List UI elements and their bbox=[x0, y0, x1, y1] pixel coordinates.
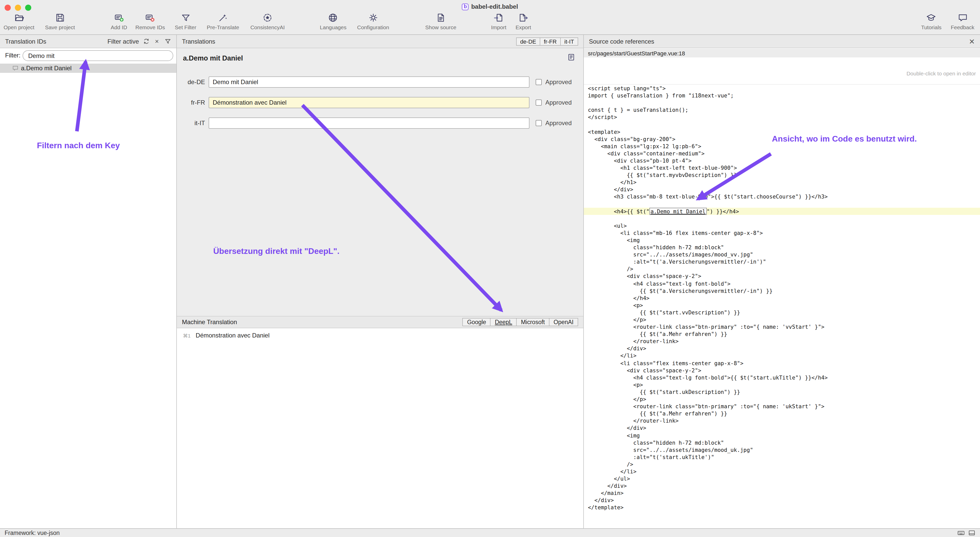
code-line: {{ $t("start.myvbvDescription") }} bbox=[584, 171, 980, 178]
code-line: <p> bbox=[584, 301, 980, 309]
source-code-title: Source code references bbox=[589, 38, 654, 45]
toolbar-item-label: Set Filter bbox=[175, 24, 196, 30]
window-title: babel-edit.babel bbox=[471, 3, 518, 10]
keyboard-icon[interactable] bbox=[958, 529, 965, 537]
toolbar-item-save-project[interactable]: Save project bbox=[45, 13, 75, 30]
code-line: <li class="mb-16 flex items-center gap-x… bbox=[584, 229, 980, 236]
import-icon bbox=[494, 13, 504, 22]
language-tab-fr-fr[interactable]: fr-FR bbox=[540, 37, 561, 45]
toolbar-item-label: Import bbox=[491, 24, 506, 30]
code-line: {{ $t("a.Mehr erfahren") }} bbox=[584, 410, 980, 417]
code-line: </li> bbox=[584, 468, 980, 475]
code-line: <script setup lang="ts"> bbox=[584, 84, 980, 92]
comment-bubble-icon bbox=[12, 65, 19, 71]
export-icon bbox=[519, 13, 528, 22]
translation-ids-header: Translation IDs Filter active × bbox=[0, 35, 176, 48]
mt-provider-deepl[interactable]: DeepL bbox=[490, 318, 517, 326]
tutorials-icon bbox=[926, 13, 936, 22]
toolbar-item-pre-translate[interactable]: Pre-Translate bbox=[207, 13, 239, 30]
translation-entry-id: a.Demo mit Daniel bbox=[183, 54, 243, 62]
source-file-reference[interactable]: src/pages/start/GuestStartPage.vue:18 bbox=[584, 49, 980, 57]
translations-panel: Translations de-DEfr-FRit-IT a.Demo mit … bbox=[177, 35, 584, 528]
toolbar-item-import[interactable]: Import bbox=[491, 13, 506, 30]
toolbar-item-configuration[interactable]: Configuration bbox=[357, 13, 389, 30]
translation-input-de-de[interactable] bbox=[208, 76, 530, 88]
translation-row-fr-fr: fr-FRApproved bbox=[177, 97, 583, 108]
toolbar-item-label: ConsistencyAI bbox=[250, 24, 285, 30]
toolbar-item-add-id[interactable]: Add ID bbox=[111, 13, 127, 30]
open-project-icon bbox=[14, 13, 24, 22]
code-line: <ul> bbox=[584, 222, 980, 229]
filter-active-label: Filter active bbox=[107, 38, 139, 45]
toolbar-item-export[interactable]: Export bbox=[515, 13, 531, 30]
panel-toggle-icon[interactable] bbox=[968, 529, 975, 537]
translation-ids-title: Translation IDs bbox=[5, 38, 46, 45]
machine-translation-header: Machine Translation GoogleDeepLMicrosoft… bbox=[177, 316, 583, 328]
toolbar-item-consistencyai[interactable]: ConsistencyAI bbox=[250, 13, 285, 30]
translation-input-it-it[interactable] bbox=[208, 118, 530, 129]
close-panel-icon[interactable]: ✕ bbox=[969, 38, 975, 45]
languages-icon bbox=[328, 13, 338, 22]
translation-input-fr-fr[interactable] bbox=[208, 97, 530, 108]
mt-provider-google[interactable]: Google bbox=[463, 318, 491, 326]
toolbar-item-label: Export bbox=[515, 24, 531, 30]
code-line: <router-link class="btn-primary" :to="{ … bbox=[584, 403, 980, 410]
approved-checkbox-fr-fr[interactable] bbox=[536, 99, 542, 106]
annotation-deepl-note: Übersetzung direkt mit "DeepL". bbox=[213, 247, 340, 256]
code-line: <img bbox=[584, 432, 980, 439]
show-source-icon bbox=[436, 13, 445, 22]
window-title-area: b babel-edit.babel bbox=[0, 3, 980, 10]
code-line: <h4 class="text-lg font-bold">{{ $t("sta… bbox=[584, 374, 980, 381]
toolbar-item-label: Languages bbox=[320, 24, 347, 30]
code-line: const { t } = useTranslation(); bbox=[584, 107, 980, 114]
status-bar: Framework: vue-json bbox=[0, 528, 980, 537]
approved-checkbox-de-de[interactable] bbox=[536, 79, 542, 85]
code-line: </div> bbox=[584, 482, 980, 489]
code-line: </router-link> bbox=[584, 338, 980, 345]
toolbar-item-label: Pre-Translate bbox=[207, 24, 239, 30]
translation-filter-input[interactable] bbox=[22, 50, 173, 61]
code-line: <h1 class="text-left text-blue-900"> bbox=[584, 164, 980, 171]
mt-provider-openai[interactable]: OpenAI bbox=[549, 318, 578, 326]
mt-suggestion[interactable]: ⌘1 Démonstration avec Daniel bbox=[183, 332, 270, 339]
code-line: </router-link> bbox=[584, 417, 980, 424]
code-line: /> bbox=[584, 265, 980, 272]
code-line: </p> bbox=[584, 316, 980, 323]
code-line: <div class="pb-10 pt-4"> bbox=[584, 157, 980, 164]
code-line: <img bbox=[584, 236, 980, 244]
code-line: </h4> bbox=[584, 294, 980, 301]
toolbar-item-languages[interactable]: Languages bbox=[320, 13, 347, 30]
consistency-ai-icon bbox=[262, 13, 272, 22]
code-line: </template> bbox=[584, 504, 980, 511]
set-filter-icon bbox=[181, 13, 191, 22]
tree-item-label: a.Demo mit Daniel bbox=[21, 65, 72, 72]
translations-header: Translations de-DEfr-FRit-IT bbox=[177, 35, 583, 48]
code-line: {{ $t("start.ukDescription") }} bbox=[584, 388, 980, 395]
language-tab-de-de[interactable]: de-DE bbox=[516, 37, 540, 45]
toolbar-item-set-filter[interactable]: Set Filter bbox=[175, 13, 196, 30]
toolbar-item-tutorials[interactable]: Tutorials bbox=[921, 13, 942, 30]
language-label: it-IT bbox=[177, 120, 205, 127]
tree-item-a-demo-mit-daniel[interactable]: a.Demo mit Daniel bbox=[0, 64, 176, 73]
toolbar-item-label: Configuration bbox=[357, 24, 389, 30]
annotation-filter-note: Filtern nach dem Key bbox=[37, 141, 120, 150]
comment-note-icon[interactable] bbox=[567, 53, 575, 61]
refresh-filter-icon[interactable] bbox=[143, 38, 150, 45]
code-line: <div class="container-medium"> bbox=[584, 150, 980, 157]
code-line: <h4 class="text-lg font-bold"> bbox=[584, 280, 980, 287]
mt-provider-microsoft[interactable]: Microsoft bbox=[516, 318, 549, 326]
toolbar-item-feedback[interactable]: Feedback bbox=[951, 13, 974, 30]
toolbar-item-show-source[interactable]: Show source bbox=[425, 13, 456, 30]
language-label: fr-FR bbox=[177, 99, 205, 106]
highlighted-translation-key[interactable]: a.Demo mit Daniel bbox=[649, 207, 706, 215]
approved-checkbox-it-it[interactable] bbox=[536, 120, 542, 126]
code-line: </div> bbox=[584, 497, 980, 504]
clear-filter-icon[interactable]: × bbox=[153, 38, 161, 45]
window-chrome: b babel-edit.babel Open projectSave proj… bbox=[0, 0, 980, 35]
translations-content: a.Demo mit Daniel de-DEApprovedfr-FRAppr… bbox=[177, 48, 583, 316]
code-line bbox=[584, 121, 980, 128]
filter-icon[interactable] bbox=[164, 38, 171, 45]
language-tab-it-it[interactable]: it-IT bbox=[560, 37, 578, 45]
toolbar-item-open-project[interactable]: Open project bbox=[3, 13, 34, 30]
toolbar-item-remove-ids[interactable]: Remove IDs bbox=[135, 13, 165, 30]
